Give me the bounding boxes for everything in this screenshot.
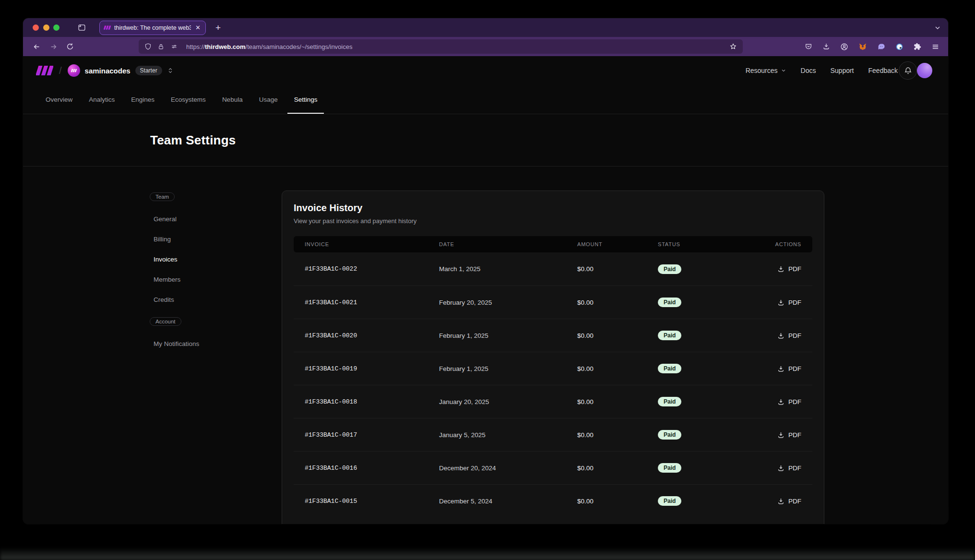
- header-right-nav: Resources Docs Support: [746, 67, 898, 74]
- close-window-button[interactable]: [33, 24, 39, 31]
- download-pdf-button[interactable]: PDF: [777, 332, 801, 339]
- status-badge: Paid: [658, 496, 681, 506]
- invoice-date: December 20, 2024: [439, 465, 577, 472]
- sidebar-item[interactable]: Members: [150, 269, 265, 289]
- dashboard-tab[interactable]: Nebula: [215, 85, 250, 114]
- invoice-number: #1F33BA1C-0019: [305, 365, 439, 372]
- pocket-icon[interactable]: [805, 43, 812, 50]
- tracking-protection-shield-icon[interactable]: [144, 43, 152, 50]
- invoice-number: #1F33BA1C-0016: [305, 465, 439, 472]
- menu-hamburger-icon[interactable]: [931, 43, 939, 51]
- dashboard-tab[interactable]: Analytics: [82, 85, 121, 114]
- url-path: /team/saminacodes/~/settings/invoices: [246, 43, 353, 50]
- firefox-view-icon[interactable]: [78, 24, 86, 32]
- metamask-icon[interactable]: [858, 43, 867, 51]
- sidebar-item[interactable]: General: [150, 209, 265, 229]
- sidebar-team-list: General Billing Invoices Members Credits: [150, 209, 265, 310]
- browser-tab[interactable]: thirdweb: The complete web3 d ✕: [99, 21, 206, 35]
- settings-content: Team General Billing Invoices Members Cr…: [23, 167, 948, 524]
- team-avatar[interactable]: [68, 64, 80, 77]
- sidebar-item[interactable]: Billing: [150, 229, 265, 249]
- dashboard-tab[interactable]: Ecosystems: [164, 85, 213, 114]
- download-pdf-button[interactable]: PDF: [777, 365, 801, 372]
- dashboard-tab[interactable]: Usage: [252, 85, 285, 114]
- download-pdf-button[interactable]: PDF: [777, 431, 801, 439]
- sidebar-item[interactable]: My Notifications: [150, 334, 265, 354]
- status-badge: Paid: [658, 298, 681, 307]
- extensions-puzzle-icon[interactable]: [914, 43, 921, 50]
- sidebar-item[interactable]: Credits: [150, 289, 265, 310]
- column-status: STATUS: [658, 241, 775, 247]
- settings-sidebar: Team General Billing Invoices Members Cr…: [150, 192, 265, 354]
- thirdweb-logo[interactable]: [36, 65, 53, 76]
- downloads-icon[interactable]: [822, 43, 830, 50]
- notifications-bell-button[interactable]: [899, 61, 917, 80]
- status-badge: Paid: [658, 264, 681, 274]
- invoice-date: February 1, 2025: [439, 365, 577, 372]
- invoice-date: January 5, 2025: [439, 431, 577, 439]
- page-header: Team Settings: [23, 114, 948, 167]
- invoice-row: #1F33BA1C-0021 February 20, 2025 $0.00 P…: [294, 286, 812, 319]
- bookmark-star-icon[interactable]: [729, 43, 737, 50]
- header-nav-link[interactable]: Resources: [746, 67, 786, 74]
- invoice-row: #1F33BA1C-0022 March 1, 2025 $0.00 Paid …: [294, 252, 812, 286]
- dashboard-tab[interactable]: Overview: [39, 85, 79, 114]
- sidebar-item[interactable]: Invoices: [150, 249, 265, 269]
- url-protocol: https://: [186, 43, 205, 50]
- desktop-background: thirdweb: The complete web3 d ✕ +: [0, 0, 975, 560]
- header-nav-link[interactable]: Feedback: [868, 67, 898, 74]
- bell-icon: [904, 67, 912, 75]
- invoice-date: February 1, 2025: [439, 332, 577, 339]
- reload-icon[interactable]: [63, 40, 77, 53]
- phantom-icon[interactable]: [877, 43, 885, 51]
- invoice-date: January 20, 2025: [439, 398, 577, 405]
- extension-icon[interactable]: [895, 43, 904, 51]
- address-bar[interactable]: https://thirdweb.com/team/saminacodes/~/…: [139, 39, 743, 54]
- download-pdf-button[interactable]: PDF: [777, 398, 801, 405]
- card-subtitle: View your past invoices and payment hist…: [294, 217, 812, 225]
- user-avatar[interactable]: [917, 63, 932, 78]
- download-pdf-button[interactable]: PDF: [777, 265, 801, 273]
- header-nav-link[interactable]: Docs: [801, 67, 816, 74]
- account-icon[interactable]: [840, 43, 848, 51]
- invoice-row: #1F33BA1C-0018 January 20, 2025 $0.00 Pa…: [294, 385, 812, 418]
- invoice-date: February 20, 2025: [439, 299, 577, 306]
- status-badge: Paid: [658, 430, 681, 440]
- list-all-tabs-chevron-icon[interactable]: [934, 24, 941, 32]
- new-tab-button[interactable]: +: [213, 23, 224, 33]
- download-icon: [777, 465, 785, 472]
- team-switcher-chevrons-icon[interactable]: [167, 67, 174, 74]
- desktop-wallpaper-glow: [0, 548, 975, 560]
- dashboard-tab[interactable]: Settings: [287, 85, 324, 114]
- invoice-number: #1F33BA1C-0022: [305, 265, 439, 273]
- dashboard-header: / saminacodes Starter: [23, 56, 948, 85]
- invoice-row: #1F33BA1C-0017 January 5, 2025 $0.00 Pai…: [294, 418, 812, 451]
- header-nav-link[interactable]: Support: [830, 67, 854, 74]
- dashboard-tab[interactable]: Engines: [124, 85, 161, 114]
- permissions-icon[interactable]: [170, 43, 178, 50]
- invoice-row: #1F33BA1C-0016 December 20, 2024 $0.00 P…: [294, 451, 812, 484]
- browser-tab-bar: thirdweb: The complete web3 d ✕ +: [23, 18, 948, 37]
- download-pdf-button[interactable]: PDF: [777, 465, 801, 472]
- download-icon: [777, 332, 785, 339]
- download-icon: [777, 299, 785, 306]
- status-badge: Paid: [658, 331, 681, 340]
- sidebar-account-list: My Notifications: [150, 334, 265, 354]
- invoice-row: #1F33BA1C-0020 February 1, 2025 $0.00 Pa…: [294, 319, 812, 352]
- back-icon[interactable]: [30, 40, 43, 53]
- forward-icon[interactable]: [47, 40, 60, 53]
- column-invoice: INVOICE: [305, 241, 439, 247]
- column-actions: ACTIONS: [775, 241, 802, 247]
- page-title: Team Settings: [150, 133, 236, 148]
- tab-title: thirdweb: The complete web3 d: [114, 24, 191, 31]
- close-tab-icon[interactable]: ✕: [194, 24, 202, 32]
- chevron-down-icon: [781, 68, 786, 73]
- invoice-table-body: #1F33BA1C-0022 March 1, 2025 $0.00 Paid …: [294, 252, 812, 517]
- download-pdf-button[interactable]: PDF: [777, 299, 801, 306]
- breadcrumb-slash: /: [59, 65, 62, 76]
- download-pdf-button[interactable]: PDF: [777, 498, 801, 505]
- lock-icon[interactable]: [158, 43, 164, 50]
- zoom-window-button[interactable]: [53, 24, 59, 31]
- minimize-window-button[interactable]: [43, 24, 49, 31]
- team-name[interactable]: saminacodes: [85, 67, 131, 75]
